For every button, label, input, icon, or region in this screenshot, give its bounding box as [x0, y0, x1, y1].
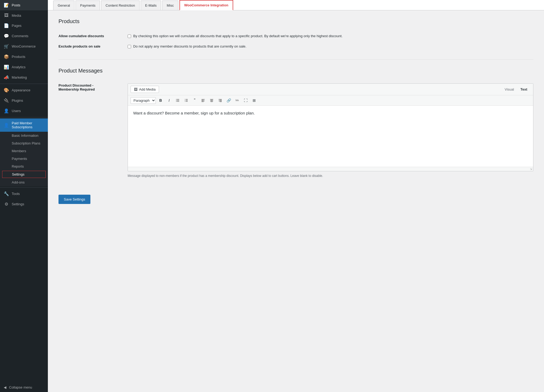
sidebar-item-label: Tools [12, 192, 20, 196]
submenu-basic-information[interactable]: Basic Information [0, 132, 48, 139]
allow-cumulative-description: By checking this option we will cumulate… [133, 34, 342, 38]
submenu-members[interactable]: Members [0, 147, 48, 155]
main-content: General Payments Content Restriction E-M… [48, 0, 544, 392]
sidebar-item-label: Comments [12, 34, 28, 38]
sidebar-item-label: Marketing [12, 75, 27, 79]
products-section-title: Products [58, 18, 533, 24]
products-form-table: Allow cumulative discounts By checking t… [58, 31, 533, 52]
analytics-icon: 📊 [4, 65, 9, 70]
submenu-settings[interactable]: Settings [2, 171, 46, 178]
sidebar-item-label: Media [12, 14, 21, 18]
sidebar-item-label: Plugins [12, 99, 23, 103]
pages-icon: 📄 [4, 23, 9, 28]
blockquote-button[interactable]: " [191, 97, 198, 104]
allow-cumulative-field: By checking this option we will cumulate… [128, 31, 533, 41]
exclude-sale-checkbox-row: Do not apply any member discounts to pro… [128, 44, 533, 48]
editor-field-description: Message displayed to non-members if the … [128, 173, 533, 178]
submenu-subscription-plans[interactable]: Subscription Plans [0, 139, 48, 147]
appearance-icon: 🎨 [4, 88, 9, 93]
save-settings-button[interactable]: Save Settings [58, 195, 90, 204]
link-button[interactable]: 🔗 [225, 97, 232, 104]
sidebar-item-label: Posts [12, 3, 20, 7]
svg-point-4 [176, 100, 177, 101]
product-messages-title: Product Messages [58, 68, 533, 74]
exclude-sale-label: Exclude products on sale [58, 41, 128, 52]
svg-point-3 [176, 99, 177, 100]
tab-woocommerce[interactable]: WooCommerce Integration [179, 0, 233, 10]
exclude-sale-checkbox[interactable] [128, 45, 131, 48]
ordered-list-button[interactable]: 123 [182, 97, 190, 104]
sidebar-item-label: Analytics [12, 65, 26, 69]
section-divider [58, 59, 533, 60]
media-icon: 🖼 [4, 13, 9, 18]
settings-icon: ⚙ [4, 202, 9, 207]
posts-icon: 📝 [4, 3, 9, 8]
tab-text[interactable]: Text [517, 86, 530, 92]
editor-format-bar: Paragraph Heading 1 Heading 2 B I 123 [128, 95, 533, 106]
sidebar-item-analytics[interactable]: 📊 Analytics [0, 62, 48, 72]
align-center-button[interactable] [208, 97, 215, 104]
sidebar-item-settings[interactable]: ⚙ Settings [0, 199, 48, 209]
sidebar-item-comments[interactable]: 💬 Comments [0, 31, 48, 41]
tab-misc[interactable]: Misc [162, 1, 178, 10]
collapse-menu-button[interactable]: ◀ Collapse menu [0, 383, 48, 392]
product-messages-table: Product Discounted - Membership Required… [58, 80, 533, 181]
add-media-label: Add Media [139, 87, 156, 91]
sidebar-item-label: WooCommerce [12, 44, 36, 48]
sidebar-item-marketing[interactable]: 📣 Marketing [0, 72, 48, 83]
more-button[interactable] [233, 97, 241, 104]
sidebar-item-pages[interactable]: 📄 Pages [0, 20, 48, 31]
allow-cumulative-checkbox-row: By checking this option we will cumulate… [128, 34, 533, 38]
submenu-payments[interactable]: Payments [0, 155, 48, 163]
paid-member-icon: 👤 [4, 123, 9, 128]
italic-button[interactable]: I [165, 97, 173, 104]
sidebar-item-tools[interactable]: 🔧 Tools [0, 189, 48, 199]
comments-icon: 💬 [4, 33, 9, 39]
sidebar-item-paid-member[interactable]: 👤 Paid Member Subscriptions [0, 118, 48, 132]
products-icon: 📦 [4, 54, 9, 59]
submenu-reports[interactable]: Reports [0, 163, 48, 170]
allow-cumulative-label: Allow cumulative discounts [58, 31, 128, 41]
tools-button[interactable]: ⊞ [250, 97, 258, 104]
collapse-label: Collapse menu [9, 385, 32, 389]
sidebar-item-appearance[interactable]: 🎨 Appearance [0, 85, 48, 95]
sidebar-item-plugins[interactable]: 🔌 Plugins [0, 95, 48, 106]
product-discounted-editor: 🖼 Add Media Visual Text Paragraph [128, 83, 533, 171]
editor-resize-handle: ⇲ [128, 167, 533, 171]
add-media-button[interactable]: 🖼 Add Media [131, 86, 159, 93]
sidebar-item-label: Settings [12, 202, 24, 206]
collapse-icon: ◀ [4, 385, 6, 389]
fullscreen-button[interactable]: ⛶ [242, 97, 249, 104]
align-left-button[interactable] [199, 97, 207, 104]
exclude-sale-field: Do not apply any member discounts to pro… [128, 41, 533, 52]
tab-content: Products Allow cumulative discounts By c… [48, 10, 544, 212]
settings-tabs: General Payments Content Restriction E-M… [48, 0, 544, 10]
svg-point-5 [176, 101, 177, 102]
submenu-addons[interactable]: Add-ons [0, 178, 48, 186]
tab-payments[interactable]: Payments [76, 1, 100, 10]
tab-visual[interactable]: Visual [501, 86, 517, 92]
tab-emails[interactable]: E-Mails [141, 1, 161, 10]
sidebar-item-posts[interactable]: 📝 Posts [0, 0, 48, 10]
sidebar-item-users[interactable]: 👤 Users [0, 106, 48, 116]
sidebar-item-woocommerce[interactable]: 🛒 WooCommerce [0, 41, 48, 52]
sidebar: 📝 Posts 🖼 Media 📄 Pages 💬 Comments 🛒 Woo… [0, 0, 48, 392]
woocommerce-icon: 🛒 [4, 44, 9, 49]
product-discounted-editor-cell: 🖼 Add Media Visual Text Paragraph [128, 80, 533, 181]
unordered-list-button[interactable] [174, 97, 181, 104]
sidebar-item-label: Products [12, 55, 25, 59]
sidebar-item-products[interactable]: 📦 Products [0, 52, 48, 62]
sidebar-item-label: Pages [12, 24, 22, 28]
editor-body[interactable]: Want a discount? Become a member, sign u… [128, 106, 533, 167]
format-select[interactable]: Paragraph Heading 1 Heading 2 [131, 97, 156, 104]
allow-cumulative-row: Allow cumulative discounts By checking t… [58, 31, 533, 41]
exclude-sale-description: Do not apply any member discounts to pro… [133, 44, 246, 48]
allow-cumulative-checkbox[interactable] [128, 35, 131, 38]
sidebar-item-media[interactable]: 🖼 Media [0, 10, 48, 20]
align-right-button[interactable] [216, 97, 224, 104]
tools-icon: 🔧 [4, 191, 9, 196]
marketing-icon: 📣 [4, 75, 9, 80]
tab-general[interactable]: General [53, 1, 74, 10]
bold-button[interactable]: B [157, 97, 164, 104]
tab-content-restriction[interactable]: Content Restriction [101, 1, 140, 10]
